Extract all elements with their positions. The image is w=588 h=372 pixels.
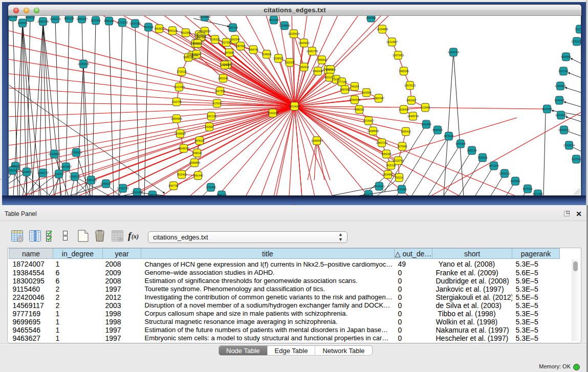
- svg-text:14099489: 14099489: [189, 161, 200, 164]
- svg-text:10958107: 10958107: [100, 182, 112, 185]
- svg-text:10807487: 10807487: [373, 97, 384, 100]
- svg-text:8813054: 8813054: [269, 18, 279, 21]
- svg-text:7625402: 7625402: [177, 173, 187, 176]
- svg-text:1640954: 1640954: [421, 123, 431, 126]
- svg-text:20975867: 20975867: [60, 165, 72, 168]
- svg-text:7663822: 7663822: [154, 27, 164, 30]
- svg-text:1167531: 1167531: [571, 158, 581, 161]
- svg-text:9242843: 9242843: [220, 63, 230, 67]
- svg-text:17359924: 17359924: [71, 151, 82, 154]
- svg-text:5498222: 5498222: [192, 151, 202, 155]
- svg-text:19166829: 19166829: [175, 132, 186, 135]
- svg-text:1010755: 1010755: [171, 100, 182, 103]
- svg-text:8878331: 8878331: [194, 139, 205, 142]
- svg-text:18300295: 18300295: [267, 112, 278, 115]
- svg-text:9474444: 9474444: [455, 142, 466, 145]
- svg-text:1611354: 1611354: [9, 16, 18, 18]
- svg-text:2030046: 2030046: [191, 53, 202, 56]
- svg-text:2338520: 2338520: [273, 57, 284, 60]
- svg-text:8427552: 8427552: [215, 90, 225, 93]
- svg-text:8938928: 8938928: [432, 128, 443, 132]
- svg-text:9362546: 9362546: [230, 38, 240, 41]
- svg-text:7357224: 7357224: [228, 26, 238, 29]
- svg-text:17957255: 17957255: [85, 179, 97, 182]
- svg-text:1025438: 1025438: [399, 108, 409, 111]
- svg-text:3322037: 3322037: [285, 61, 295, 64]
- svg-text:21053346: 21053346: [78, 62, 89, 65]
- svg-text:3716485: 3716485: [206, 186, 216, 189]
- svg-text:9327505: 9327505: [221, 41, 231, 44]
- svg-text:1615132: 1615132: [386, 164, 396, 167]
- svg-text:1975692: 1975692: [397, 145, 407, 148]
- svg-text:9327508: 9327508: [196, 35, 206, 38]
- svg-text:9155327: 9155327: [25, 16, 35, 19]
- svg-text:20364436: 20364436: [349, 98, 360, 101]
- svg-text:2367608: 2367608: [235, 45, 246, 48]
- svg-text:9860124: 9860124: [167, 29, 178, 32]
- svg-text:2718126: 2718126: [177, 70, 187, 73]
- svg-text:16961758: 16961758: [307, 50, 318, 53]
- svg-text:3824554: 3824554: [361, 91, 372, 94]
- svg-text:10120746: 10120746: [393, 159, 404, 162]
- svg-text:17016504: 17016504: [563, 144, 575, 147]
- svg-text:10853287: 10853287: [76, 17, 88, 20]
- svg-text:7515526: 7515526: [143, 26, 154, 29]
- svg-text:15751074: 15751074: [571, 40, 581, 43]
- svg-text:(x): (x): [132, 233, 139, 240]
- svg-text:7986322: 7986322: [354, 108, 364, 111]
- svg-text:9146821: 9146821: [262, 53, 272, 56]
- svg-text:8471676: 8471676: [489, 164, 499, 167]
- svg-text:9245652: 9245652: [510, 180, 520, 183]
- svg-text:2087682: 2087682: [366, 16, 376, 19]
- svg-text:12975115: 12975115: [404, 84, 416, 87]
- svg-text:3267130: 3267130: [206, 115, 216, 118]
- svg-text:6466160: 6466160: [104, 19, 114, 23]
- svg-text:16210643: 16210643: [555, 114, 567, 117]
- svg-text:16046788: 16046788: [178, 147, 189, 150]
- svg-text:15923468: 15923468: [132, 191, 143, 194]
- svg-text:6897568: 6897568: [340, 88, 350, 91]
- svg-text:1905571: 1905571: [17, 21, 28, 25]
- svg-text:8471990: 8471990: [533, 192, 543, 195]
- svg-text:9862183: 9862183: [64, 17, 74, 20]
- svg-text:835061: 835061: [11, 165, 20, 168]
- svg-text:10719155: 10719155: [117, 21, 128, 24]
- svg-text:12505135: 12505135: [69, 175, 80, 178]
- svg-text:746266: 746266: [351, 85, 359, 88]
- svg-text:1362615: 1362615: [299, 65, 309, 69]
- svg-text:13640910: 13640910: [298, 41, 310, 45]
- svg-text:14136141: 14136141: [374, 185, 385, 188]
- svg-text:8136323: 8136323: [210, 38, 220, 41]
- svg-text:20206536: 20206536: [49, 152, 60, 156]
- svg-text:8454749: 8454749: [248, 48, 258, 51]
- svg-text:7632621: 7632621: [477, 156, 488, 159]
- svg-text:16033809: 16033809: [199, 16, 210, 18]
- svg-text:7485063: 7485063: [399, 70, 409, 73]
- svg-text:14495794: 14495794: [407, 115, 419, 118]
- svg-text:433312: 433312: [193, 42, 202, 45]
- svg-text:9463627: 9463627: [406, 99, 417, 102]
- svg-text:1733426: 1733426: [397, 188, 407, 191]
- svg-text:16263172: 16263172: [50, 17, 61, 20]
- svg-text:1244415: 1244415: [554, 99, 564, 102]
- svg-text:9474321: 9474321: [522, 187, 533, 190]
- svg-text:18724007: 18724007: [289, 105, 300, 108]
- svg-text:12942737: 12942737: [37, 171, 49, 174]
- svg-text:1965410: 1965410: [401, 130, 411, 133]
- svg-text:18654986: 18654986: [171, 117, 182, 120]
- svg-text:18807249: 18807249: [376, 141, 387, 144]
- svg-text:9084067: 9084067: [381, 152, 391, 156]
- svg-text:252214: 252214: [395, 176, 404, 179]
- svg-text:15720407: 15720407: [363, 119, 374, 122]
- svg-text:8325771: 8325771: [363, 193, 374, 195]
- svg-text:1114519: 1114519: [54, 172, 64, 176]
- svg-text:16648784: 16648784: [448, 51, 459, 54]
- svg-text:1527602: 1527602: [91, 19, 101, 22]
- svg-text:3875685: 3875685: [224, 51, 234, 54]
- svg-text:12213967: 12213967: [386, 40, 398, 43]
- svg-text:13226058: 13226058: [199, 30, 210, 33]
- svg-text:9777169: 9777169: [337, 80, 347, 83]
- svg-text:13524861: 13524861: [382, 173, 394, 176]
- svg-text:9115460: 9115460: [420, 106, 430, 109]
- svg-text:9457791: 9457791: [168, 184, 179, 187]
